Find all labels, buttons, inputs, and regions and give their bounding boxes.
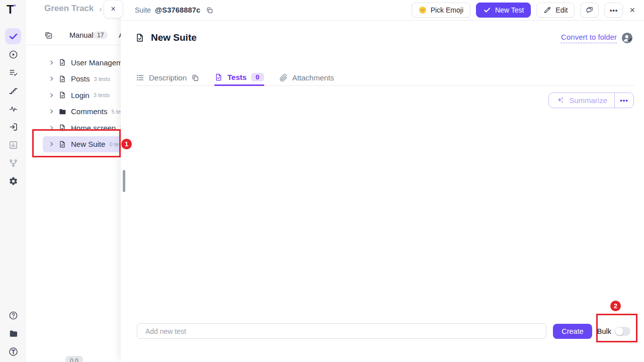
tree-item-new-suite[interactable]: New Suite0 tests — [43, 136, 122, 152]
nav-steps[interactable] — [5, 82, 21, 99]
list-lines-icon — [136, 73, 144, 82]
check-icon — [9, 32, 18, 41]
nav-settings[interactable] — [5, 173, 21, 189]
suite-detail-panel: Suite @S3768887c Pick Emoji New Test Edi… — [121, 0, 644, 362]
manual-count-badge: 17 — [93, 31, 108, 39]
suite-sidebar: Green Track › Manual 17 Automated User M… — [26, 0, 121, 362]
tree-item-label[interactable]: New Suite — [71, 140, 105, 148]
steps-icon — [9, 86, 18, 96]
mode-tabs: Manual 17 Automated — [26, 26, 121, 45]
nav-analytics[interactable] — [5, 137, 21, 153]
folder-solid-icon — [58, 108, 66, 116]
play-circle-icon — [9, 50, 18, 59]
suite-title-row: New Suite Convert to folder — [135, 29, 633, 46]
tree-item-label[interactable]: Login — [71, 91, 90, 100]
annotation-badge-step1: 1 — [121, 139, 132, 149]
suite-file-icon — [58, 124, 66, 132]
nav-brand[interactable] — [5, 343, 21, 359]
brand-circle-icon — [9, 347, 18, 356]
nav-pulse[interactable] — [5, 101, 21, 117]
gear-icon — [9, 176, 18, 186]
suite-file-icon — [58, 58, 66, 66]
pencil-icon — [543, 6, 551, 14]
tab-manual[interactable]: Manual — [69, 31, 94, 39]
smile-emoji-icon — [419, 6, 427, 14]
chat-copy-icon — [585, 6, 594, 15]
bar-chart-icon — [9, 140, 18, 150]
summarize-more-button[interactable]: ••• — [615, 93, 633, 108]
project-title[interactable]: Green Track — [44, 4, 94, 14]
app-logo[interactable]: T' — [7, 3, 16, 17]
nav-plans[interactable] — [5, 64, 21, 80]
check-icon — [483, 6, 491, 14]
tree-item-label[interactable]: Posts — [71, 74, 90, 83]
git-branch-icon — [9, 158, 18, 168]
paperclip-icon — [279, 73, 288, 82]
tree-item-label[interactable]: Home screen — [71, 124, 116, 132]
nav-import[interactable] — [5, 119, 21, 135]
import-icon — [9, 122, 18, 132]
person-check-icon[interactable] — [621, 32, 633, 44]
suite-title: New Suite — [151, 32, 197, 43]
tree-item-count: 3 tests — [94, 92, 110, 98]
version-pill: 0.0 — [65, 356, 83, 362]
help-circle-icon — [9, 311, 18, 320]
convert-to-folder-link[interactable]: Convert to folder — [561, 33, 617, 43]
tab-tests[interactable]: Tests 0 — [214, 70, 264, 86]
folder-solid-icon — [9, 329, 18, 338]
panel-resize-handle[interactable] — [123, 170, 125, 192]
manual-tab-icon — [44, 31, 53, 40]
nav-tests[interactable] — [5, 28, 21, 44]
nav-docs[interactable] — [5, 325, 21, 341]
chevron-right-icon[interactable] — [49, 60, 54, 65]
pick-emoji-button[interactable]: Pick Emoji — [412, 3, 470, 18]
icon-rail: T' — [0, 0, 26, 362]
list-check-icon — [9, 68, 18, 77]
suite-type-label: Suite — [135, 6, 151, 14]
tree-item-label[interactable]: Comments — [71, 107, 108, 116]
bulk-label: Bulk — [597, 327, 611, 335]
tab-description[interactable]: Description — [136, 70, 199, 85]
tests-tab-icon — [214, 73, 223, 81]
summarize-group: Summarize ••• — [548, 93, 634, 108]
more-actions-button[interactable]: ••• — [604, 3, 623, 18]
chevron-right-icon[interactable] — [49, 125, 54, 131]
chevron-right-icon[interactable] — [49, 76, 54, 81]
sparkles-icon — [556, 96, 565, 105]
chevron-right-icon[interactable] — [49, 141, 54, 147]
summarize-button[interactable]: Summarize — [549, 93, 614, 108]
tests-count-badge: 0 — [251, 73, 264, 81]
tab-attachments[interactable]: Attachments — [279, 70, 334, 85]
bulk-toggle[interactable] — [615, 327, 630, 336]
breadcrumb: Green Track › — [44, 4, 102, 14]
suite-file-icon — [58, 140, 66, 148]
tree-item-count: 3 tests — [94, 76, 110, 82]
nav-help[interactable] — [5, 307, 21, 323]
nav-branches[interactable] — [5, 155, 21, 171]
copy-description-icon[interactable] — [191, 74, 199, 82]
pulse-icon — [9, 104, 18, 114]
suite-file-icon — [58, 91, 66, 99]
chevron-right-icon[interactable] — [49, 109, 54, 114]
new-test-button[interactable]: New Test — [476, 3, 531, 18]
annotation-badge-step2: 2 — [610, 301, 621, 311]
close-sidebar-button[interactable]: × — [104, 0, 123, 18]
nav-runs[interactable] — [5, 46, 21, 62]
create-button[interactable]: Create — [553, 324, 592, 339]
toggle-knob — [615, 327, 623, 335]
chevron-right-icon[interactable] — [49, 93, 54, 98]
logo-tick: ' — [14, 3, 16, 11]
edit-button[interactable]: Edit — [536, 3, 575, 18]
detail-tabs: Description Tests 0 Attachments — [136, 70, 634, 86]
chevron-right-icon: › — [99, 5, 102, 13]
add-test-bar: Create Bulk — [137, 323, 630, 339]
panel-header: Suite @S3768887c Pick Emoji New Test Edi… — [121, 0, 644, 21]
close-panel-button[interactable]: × — [629, 5, 635, 16]
add-test-input[interactable] — [137, 323, 546, 339]
suite-file-icon — [58, 75, 66, 83]
suite-file-icon — [135, 33, 145, 43]
copy-suite-id-button[interactable] — [206, 7, 213, 14]
comments-button[interactable] — [580, 3, 599, 18]
suite-id: @S3768887c — [155, 6, 200, 14]
